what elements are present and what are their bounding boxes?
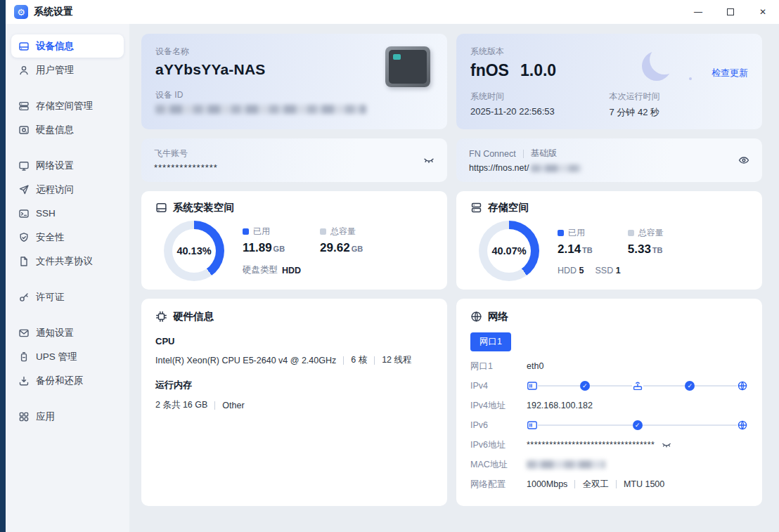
- ipv4-check-2-icon: ✓: [685, 381, 695, 391]
- separator: [574, 480, 575, 488]
- internet-globe-icon: [737, 380, 748, 391]
- link-speed: 1000Mbps: [527, 479, 567, 489]
- hardware-title: 硬件信息: [173, 310, 214, 323]
- separator: [343, 356, 344, 365]
- sidebar-item-label: 用户管理: [36, 64, 74, 77]
- uptime-label: 本次运行时间: [610, 91, 749, 103]
- star-decoration: [648, 55, 650, 57]
- sidebar-item-disk-info[interactable]: 硬盘信息: [11, 118, 124, 141]
- total-value: 29.62: [320, 241, 350, 254]
- main-content: 设备名称 aYYbsYYa-NAS 设备 ID 系统版本 fnOS: [129, 24, 779, 532]
- device-id-masked-value: [155, 105, 366, 114]
- check-update-link[interactable]: 检查更新: [712, 67, 748, 79]
- chip-icon: [155, 311, 167, 323]
- mac-address-masked-value: [527, 460, 605, 469]
- used-legend-swatch: [243, 228, 249, 235]
- fn-connect-url[interactable]: https://fnos.net/: [469, 163, 529, 173]
- maximize-icon: [727, 8, 734, 15]
- fn-connect-label: FN Connect: [469, 149, 516, 159]
- ipv4-address-value: 192.168.100.182: [527, 401, 593, 410]
- system-time-label: 系统时间: [470, 91, 610, 103]
- ssd-count: 1: [616, 266, 621, 275]
- ipv6-address-row: IPv6地址 *********************************…: [470, 436, 748, 454]
- hdd-label: HDD: [558, 266, 577, 275]
- ipv6-address-masked-value: **********************************: [527, 440, 655, 450]
- system-disk-icon: [155, 202, 167, 214]
- sidebar-item-security[interactable]: 安全性: [11, 226, 124, 249]
- sidebar-item-user-management[interactable]: 用户管理: [11, 58, 124, 82]
- ram-value: 2 条共 16 GB: [155, 399, 207, 411]
- sidebar-item-ups-management[interactable]: UPS 管理: [11, 345, 124, 368]
- separator: [616, 480, 617, 488]
- sidebar-item-network-settings[interactable]: 网络设置: [11, 154, 124, 177]
- cpu-model: Intel(R) Xeon(R) CPU E5-2640 v4 @ 2.40GH…: [155, 356, 336, 365]
- sidebar-item-file-sharing[interactable]: 文件共享协议: [11, 249, 124, 273]
- sidebar-item-backup-restore[interactable]: 备份和还原: [11, 369, 124, 392]
- sidebar-item-remote-access[interactable]: 远程访问: [11, 178, 124, 201]
- sidebar-item-storage-management[interactable]: 存储空间管理: [11, 94, 124, 117]
- fn-connect-url-masked: [531, 164, 581, 172]
- total-value: 5.33: [628, 242, 651, 256]
- system-space-donut: 40.13%: [164, 221, 224, 281]
- total-legend-swatch: [628, 230, 634, 236]
- eye-off-icon[interactable]: [423, 155, 434, 166]
- used-label: 已用: [568, 227, 585, 239]
- uptime-value: 7 分钟 42 秒: [610, 106, 749, 119]
- separator: [523, 150, 524, 158]
- hardware-card: 硬件信息 CPU Intel(R) Xeon(R) CPU E5-2640 v4…: [141, 299, 447, 506]
- users-icon: [18, 65, 30, 76]
- ipv6-check-icon: ✓: [633, 420, 643, 430]
- globe-icon: [470, 311, 482, 323]
- ram-section-label: 运行内存: [155, 379, 433, 391]
- maximize-button[interactable]: [714, 0, 747, 24]
- router-icon: [632, 380, 643, 391]
- minimize-button[interactable]: —: [682, 0, 714, 24]
- total-unit: TB: [652, 246, 663, 254]
- sidebar-item-label: 许可证: [36, 291, 65, 304]
- hard-disk-icon: [18, 124, 30, 136]
- system-version-label: 系统版本: [470, 46, 748, 58]
- used-unit: GB: [273, 245, 285, 253]
- sidebar-item-apps[interactable]: 应用: [11, 405, 124, 428]
- disk-type-value: HDD: [282, 266, 301, 275]
- used-unit: TB: [582, 246, 593, 254]
- sidebar-item-label: 硬盘信息: [36, 124, 74, 136]
- ipv4-address-row: IPv4地址 192.168.100.182: [470, 396, 748, 415]
- close-button[interactable]: ✕: [747, 0, 779, 24]
- separator: [374, 356, 375, 365]
- network-config-label: 网络配置: [470, 479, 527, 491]
- sidebar-item-label: UPS 管理: [36, 351, 77, 363]
- document-icon: [18, 256, 30, 267]
- port-row: 网口1 eth0: [470, 357, 748, 375]
- port-label: 网口1: [470, 361, 527, 372]
- eye-off-icon[interactable]: [662, 440, 671, 450]
- port-value: eth0: [527, 361, 543, 371]
- sidebar-item-label: 设备信息: [36, 40, 74, 53]
- nas-node-icon: [527, 380, 538, 391]
- port-1-tab-button[interactable]: 网口1: [470, 332, 511, 351]
- sidebar-item-license[interactable]: 许可证: [11, 285, 124, 309]
- device-card: 设备名称 aYYbsYYa-NAS 设备 ID: [141, 34, 447, 129]
- cpu-threads: 12 线程: [382, 354, 411, 366]
- ipv6-label: IPv6: [470, 420, 527, 430]
- ipv6-address-label: IPv6地址: [470, 439, 527, 451]
- sidebar-item-label: 通知设置: [36, 327, 74, 339]
- total-legend-swatch: [320, 228, 326, 235]
- system-settings-window: ⚙ 系统设置 — ✕ 设备信息 用户管理 存储空间管理 硬盘信息: [6, 0, 779, 532]
- moon-decoration: [650, 45, 679, 74]
- ipv4-address-label: IPv4地址: [470, 400, 527, 412]
- key-icon: [18, 292, 30, 303]
- fn-account-card: 飞牛账号 ***************: [141, 138, 447, 182]
- system-time-value: 2025-11-20 22:56:53: [470, 106, 610, 117]
- sidebar-item-ssh[interactable]: SSH: [11, 202, 124, 225]
- disk-type-label: 硬盘类型: [243, 264, 278, 276]
- sidebar-item-notifications[interactable]: 通知设置: [11, 321, 124, 344]
- eye-icon[interactable]: [738, 155, 749, 166]
- storage-space-title: 存储空间: [488, 201, 529, 214]
- total-label: 总容量: [330, 226, 356, 238]
- paper-plane-icon: [18, 184, 30, 195]
- sidebar-item-device-info[interactable]: 设备信息: [11, 34, 124, 58]
- os-name: fnOS: [470, 61, 509, 80]
- battery-icon: [18, 351, 30, 363]
- sidebar-item-label: 存储空间管理: [36, 100, 93, 112]
